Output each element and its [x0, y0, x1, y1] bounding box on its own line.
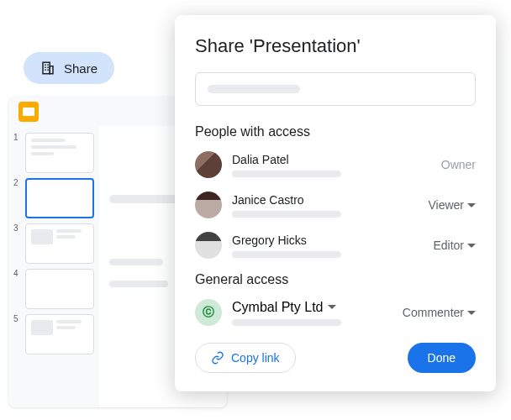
slide-thumbnail[interactable]: [25, 223, 94, 264]
slide-thumbnails-panel: 1 2 3 4 5: [8, 126, 99, 407]
dialog-title: Share 'Presentation': [195, 35, 476, 57]
org-name: Cymbal Pty Ltd: [232, 300, 323, 315]
access-person-row: Gregory Hicks Editor: [195, 232, 476, 259]
person-name: Gregory Hicks: [232, 234, 423, 247]
slide-thumbnail[interactable]: [25, 314, 94, 354]
slide-thumbnail[interactable]: [25, 133, 94, 173]
role-label: Viewer: [428, 198, 464, 212]
copy-link-label: Copy link: [231, 351, 280, 365]
general-access-scope-dropdown[interactable]: Cymbal Pty Ltd: [232, 300, 392, 315]
avatar: [195, 192, 222, 218]
general-access-heading: General access: [195, 272, 476, 287]
avatar: [195, 151, 222, 178]
thumb-number: 3: [13, 223, 22, 233]
role-dropdown[interactable]: Editor: [433, 239, 476, 252]
person-name: Dalia Patel: [232, 153, 431, 166]
role-label-owner: Owner: [441, 158, 476, 171]
svg-rect-0: [43, 62, 50, 74]
share-pill-label: Share: [64, 61, 97, 76]
done-button[interactable]: Done: [408, 343, 476, 373]
slide-thumbnail[interactable]: [25, 269, 94, 309]
chevron-down-icon: [467, 203, 476, 207]
thumb-number: 2: [13, 178, 22, 187]
access-person-row: Janice Castro Viewer: [195, 192, 476, 218]
slides-logo-icon: [18, 102, 39, 122]
share-dialog: Share 'Presentation' People with access …: [175, 15, 496, 391]
person-email-skeleton: [232, 251, 341, 258]
person-email-skeleton: [232, 171, 341, 177]
share-pill-button[interactable]: Share: [24, 52, 114, 84]
role-label: Commenter: [403, 306, 464, 319]
add-people-input[interactable]: [195, 72, 476, 106]
chevron-down-icon: [467, 244, 476, 248]
thumb-number: 1: [13, 133, 22, 142]
svg-rect-7: [50, 66, 53, 74]
chevron-down-icon: [328, 305, 336, 309]
slide-thumbnail-selected[interactable]: [25, 178, 94, 218]
building-icon: [40, 60, 55, 76]
org-sub-skeleton: [232, 319, 341, 326]
thumb-number: 5: [13, 314, 22, 323]
role-dropdown[interactable]: Commenter: [403, 306, 476, 319]
link-icon: [211, 351, 224, 365]
role-dropdown[interactable]: Viewer: [428, 198, 476, 212]
role-label: Editor: [433, 239, 464, 252]
org-avatar-icon: ⓒ: [195, 299, 222, 326]
people-with-access-heading: People with access: [195, 124, 476, 139]
general-access-row: ⓒ Cymbal Pty Ltd Commenter: [195, 299, 476, 326]
chevron-down-icon: [467, 311, 476, 315]
person-name: Janice Castro: [232, 193, 418, 207]
person-email-skeleton: [232, 211, 341, 218]
thumb-number: 4: [13, 269, 22, 278]
copy-link-button[interactable]: Copy link: [195, 343, 296, 373]
access-person-row: Dalia Patel Owner: [195, 151, 476, 178]
input-placeholder-skeleton: [208, 85, 300, 93]
avatar: [195, 232, 222, 259]
